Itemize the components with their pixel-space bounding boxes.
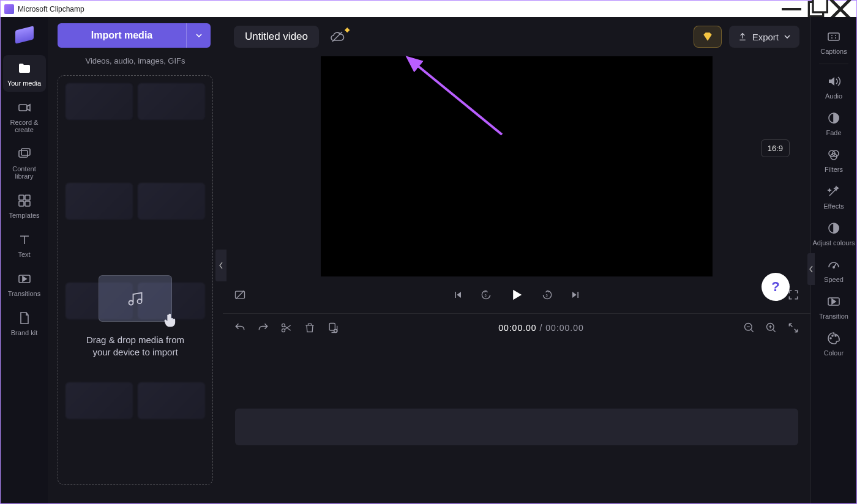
svg-rect-11 bbox=[25, 201, 30, 206]
export-label: Export bbox=[752, 32, 779, 42]
redo-button[interactable] bbox=[257, 322, 269, 334]
split-button[interactable] bbox=[280, 322, 293, 334]
right-item-label: Effects bbox=[823, 202, 844, 210]
right-item-label: Transition bbox=[819, 313, 848, 320]
media-panel: Import media Videos, audio, images, GIFs… bbox=[48, 17, 223, 503]
project-title-input[interactable]: Untitled video bbox=[234, 26, 319, 48]
right-item-label: Fade bbox=[826, 129, 841, 136]
svg-text:5: 5 bbox=[485, 294, 487, 297]
right-item-transition[interactable]: Transition bbox=[812, 288, 855, 325]
skip-previous-icon bbox=[452, 289, 464, 301]
timeline-track[interactable] bbox=[235, 409, 798, 445]
sidebar-item-label: Content library bbox=[3, 165, 46, 180]
skip-previous-button[interactable] bbox=[452, 289, 464, 301]
undo-button[interactable] bbox=[234, 322, 246, 334]
sidebar-item-label: Text bbox=[18, 251, 30, 258]
right-item-captions[interactable]: Captions bbox=[812, 23, 855, 60]
svg-rect-8 bbox=[19, 195, 24, 200]
zoom-in-button[interactable] bbox=[765, 322, 777, 334]
right-item-label: Audio bbox=[825, 92, 842, 100]
premium-diamond-badge-icon: ◆ bbox=[345, 26, 350, 34]
sidebar-item-label: Brand kit bbox=[11, 329, 37, 336]
rewind-button[interactable]: 5 bbox=[480, 289, 492, 301]
copy-button[interactable] bbox=[327, 322, 339, 334]
collapse-right-panel-button[interactable] bbox=[807, 253, 815, 285]
sidebar-item-label: Templates bbox=[9, 212, 39, 219]
right-item-fade[interactable]: Fade bbox=[812, 105, 855, 141]
window-close-button[interactable] bbox=[828, 1, 853, 18]
left-sidebar: Your media Record & create Content libra… bbox=[1, 17, 48, 503]
forward-button[interactable]: 5 bbox=[541, 289, 553, 301]
window-maximize-button[interactable] bbox=[804, 1, 828, 18]
svg-point-20 bbox=[282, 328, 285, 332]
zoom-out-button[interactable] bbox=[743, 322, 755, 334]
dropzone-media-icon bbox=[99, 275, 172, 322]
filters-icon bbox=[826, 147, 841, 162]
help-button[interactable]: ? bbox=[762, 273, 790, 301]
delete-button[interactable] bbox=[304, 322, 316, 334]
right-item-filters[interactable]: Filters bbox=[812, 141, 855, 178]
sidebar-item-brand-kit[interactable]: Brand kit bbox=[3, 305, 46, 341]
home-button[interactable] bbox=[7, 21, 42, 49]
window-titlebar: Microsoft Clipchamp bbox=[0, 0, 857, 17]
clipchamp-logo-icon bbox=[15, 26, 34, 43]
export-button[interactable]: Export bbox=[729, 26, 799, 48]
video-preview[interactable] bbox=[321, 56, 713, 276]
redo-icon bbox=[257, 322, 269, 334]
fit-timeline-button[interactable] bbox=[787, 322, 799, 334]
svg-point-33 bbox=[830, 338, 831, 339]
right-item-speed[interactable]: Speed bbox=[812, 251, 855, 288]
app-root: Your media Record & create Content libra… bbox=[0, 17, 857, 504]
import-media-button[interactable]: Import media bbox=[58, 23, 211, 48]
timeline-area[interactable] bbox=[223, 341, 810, 503]
camera-icon bbox=[17, 100, 32, 115]
upload-icon bbox=[738, 32, 747, 42]
aspect-ratio-button[interactable]: 16:9 bbox=[761, 139, 790, 157]
fade-icon bbox=[826, 111, 841, 125]
brand-kit-icon bbox=[17, 311, 32, 325]
window-minimize-button[interactable] bbox=[779, 1, 804, 18]
svg-rect-2 bbox=[813, 0, 827, 12]
sidebar-item-content-library[interactable]: Content library bbox=[3, 141, 46, 185]
dropzone-text: Drag & drop media from your device to im… bbox=[86, 334, 184, 359]
chevron-down-icon bbox=[784, 33, 791, 40]
magic-wand-icon bbox=[826, 184, 841, 199]
collapse-media-panel-button[interactable] bbox=[215, 250, 226, 281]
skip-next-icon bbox=[569, 289, 582, 301]
right-item-adjust-colours[interactable]: Adjust colours bbox=[812, 215, 855, 251]
import-media-label: Import media bbox=[58, 30, 186, 41]
import-subtext: Videos, audio, images, GIFs bbox=[58, 56, 213, 65]
svg-point-19 bbox=[282, 324, 285, 327]
skip-next-button[interactable] bbox=[569, 289, 582, 301]
editor-topbar: Untitled video ◆ Export bbox=[223, 17, 810, 56]
import-media-dropdown[interactable] bbox=[186, 23, 211, 48]
sidebar-item-your-media[interactable]: Your media bbox=[3, 55, 46, 92]
right-item-audio[interactable]: Audio bbox=[812, 68, 855, 105]
sidebar-item-templates[interactable]: Templates bbox=[3, 187, 46, 224]
chevron-down-icon bbox=[195, 32, 203, 39]
svg-point-35 bbox=[835, 335, 836, 336]
rewind-5-icon: 5 bbox=[480, 289, 492, 301]
sidebar-item-record-create[interactable]: Record & create bbox=[3, 94, 46, 138]
svg-rect-6 bbox=[19, 150, 28, 157]
media-dropzone[interactable]: Drag & drop media from your device to im… bbox=[58, 75, 213, 485]
svg-rect-21 bbox=[329, 323, 335, 330]
remove-background-button[interactable] bbox=[234, 289, 246, 301]
sidebar-item-label: Record & create bbox=[3, 119, 46, 133]
play-button[interactable] bbox=[508, 286, 525, 303]
cloud-sync-button[interactable]: ◆ bbox=[330, 29, 345, 44]
folder-icon bbox=[17, 61, 32, 76]
right-sidebar: Captions Audio Fade Filters Effects Adju… bbox=[810, 17, 856, 503]
sidebar-item-text[interactable]: Text bbox=[3, 226, 46, 263]
editor-main: Untitled video ◆ Export 16:9 bbox=[223, 17, 810, 503]
diamond-icon bbox=[702, 31, 714, 43]
right-item-effects[interactable]: Effects bbox=[812, 178, 855, 215]
chevron-left-icon bbox=[809, 265, 814, 273]
premium-button[interactable] bbox=[694, 26, 722, 48]
sidebar-item-transitions[interactable]: Transitions bbox=[3, 265, 46, 302]
right-item-label: Filters bbox=[825, 166, 843, 173]
play-icon bbox=[508, 286, 525, 303]
svg-rect-10 bbox=[19, 201, 24, 206]
timeline-toolbar: 00:00.00 / 00:00.00 bbox=[223, 313, 810, 341]
right-item-colour[interactable]: Colour bbox=[812, 325, 855, 361]
